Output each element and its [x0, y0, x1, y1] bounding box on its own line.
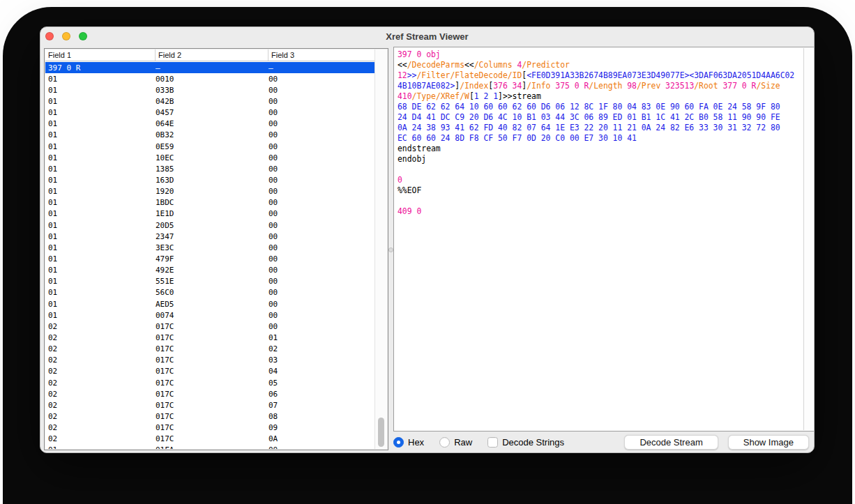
table-row[interactable]: 02017C05	[45, 377, 374, 388]
code-line	[398, 196, 803, 206]
table-row[interactable]: 397 0 R––	[45, 62, 374, 73]
table-row[interactable]: 02017C07	[45, 399, 374, 411]
hex-radio-label[interactable]: Hex	[408, 437, 424, 448]
table-cell: 01FA	[156, 445, 268, 449]
table-cell: 01	[45, 266, 156, 275]
table-row[interactable]: 010E5900	[45, 141, 374, 152]
raw-radio-label[interactable]: Raw	[454, 437, 472, 448]
table-cell: 00	[268, 86, 374, 95]
table-cell: AED5	[156, 300, 268, 309]
table-cell: 01	[45, 75, 156, 84]
table-cell: 56C0	[156, 288, 268, 297]
table-row[interactable]: 0120D500	[45, 220, 374, 231]
table-cell: 07	[268, 401, 374, 410]
table-cell: 00	[268, 165, 374, 174]
table-cell: 02	[45, 401, 156, 410]
table-row[interactable]: 011BDC00	[45, 197, 374, 208]
table-cell: 01	[45, 187, 156, 196]
table-cell: 01	[268, 333, 374, 342]
table-cell: 02	[45, 423, 156, 432]
decode-stream-button[interactable]: Decode Stream	[624, 435, 718, 450]
column-header-field3: Field 3	[268, 49, 374, 61]
table-cell: 00	[268, 322, 374, 331]
table-row[interactable]: 01479F00	[45, 253, 374, 264]
table-row[interactable]: 01551E00	[45, 276, 374, 287]
table-scrollbar-thumb[interactable]	[378, 418, 384, 447]
table-row[interactable]: 01064E00	[45, 119, 374, 130]
pane-sash-grip[interactable]	[388, 247, 393, 252]
table-row[interactable]: 02017C00	[45, 321, 374, 332]
table-cell: 042B	[156, 97, 268, 106]
table-cell: 00	[268, 97, 374, 106]
table-cell: –	[156, 63, 268, 72]
table-row[interactable]: 01007400	[45, 310, 374, 321]
code-line: 0A 24 38 93 41 62 FD 40 82 07 64 1E E3 2…	[398, 123, 803, 133]
table-cell: 02	[45, 434, 156, 443]
table-cell: 1E1D	[156, 209, 268, 218]
table-cell: 01	[45, 300, 156, 309]
code-area[interactable]: 397 0 obj<</DecodeParms<</Columns 4/Pred…	[395, 48, 803, 430]
table-cell: 02	[45, 412, 156, 421]
code-line: EC 60 60 24 8D F8 CF 50 F7 0D 20 C0 00 E…	[398, 133, 803, 144]
table-cell: 01	[45, 130, 156, 139]
table-row[interactable]: 02017C02	[45, 344, 374, 355]
table-row[interactable]: 01033B00	[45, 84, 374, 96]
table-row[interactable]: 010B3200	[45, 130, 374, 141]
table-cell: 00	[268, 153, 374, 162]
table-row[interactable]: 02017C01	[45, 332, 374, 343]
table-cell: 02	[45, 333, 156, 342]
table-cell: 02	[268, 344, 374, 353]
table-row[interactable]: 01001000	[45, 73, 374, 84]
table-row[interactable]: 013E3C00	[45, 242, 374, 253]
table-cell: 00	[268, 221, 374, 230]
table-row[interactable]: 02017C06	[45, 388, 374, 399]
table-cell: 0E59	[156, 142, 268, 151]
decode-strings-label[interactable]: Decode Strings	[502, 437, 564, 448]
table-body: 397 0 R––0100100001033B0001042B000104570…	[45, 62, 374, 449]
table-cell: 00	[268, 445, 374, 449]
table-row[interactable]: 01192000	[45, 186, 374, 197]
table-cell: 017C	[156, 344, 268, 353]
table-row[interactable]: 02017C04	[45, 366, 374, 377]
raw-radio[interactable]	[439, 437, 450, 448]
table-row[interactable]: 01AED500	[45, 298, 374, 310]
table-row[interactable]: 01234700	[45, 231, 374, 242]
xref-stream-viewer-window: Xref Stream Viewer Field 1 Field 2 Field…	[40, 26, 815, 453]
table-scrollbar[interactable]	[374, 49, 387, 449]
table-cell: 00	[268, 198, 374, 207]
hex-radio[interactable]	[393, 437, 404, 448]
code-line: 410/Type/XRef/W[1 2 1]>>stream	[398, 91, 803, 102]
code-line: 24 D4 41 DC C9 20 D6 4C 10 B1 03 44 3C 0…	[398, 112, 803, 123]
table-row[interactable]: 01138500	[45, 163, 374, 174]
text-scrollbar[interactable]	[803, 48, 813, 430]
table-cell: 01	[45, 142, 156, 151]
table-cell: 01	[45, 445, 156, 449]
table-row[interactable]: 02017C08	[45, 411, 374, 422]
code-line: 409 0	[398, 206, 803, 217]
column-header-field2: Field 2	[156, 49, 268, 61]
decode-strings-checkbox[interactable]	[487, 437, 498, 448]
table-row[interactable]: 01492E00	[45, 265, 374, 276]
table-row[interactable]: 0156C000	[45, 287, 374, 298]
table-cell: 01	[45, 221, 156, 230]
table-row[interactable]: 0110EC00	[45, 152, 374, 163]
table-cell: 0457	[156, 108, 268, 117]
table-row[interactable]: 01045700	[45, 107, 374, 119]
table-cell: 00	[268, 266, 374, 275]
table-cell: 017C	[156, 356, 268, 365]
show-image-button[interactable]: Show Image	[728, 435, 809, 450]
table-row[interactable]: 01042B00	[45, 96, 374, 107]
table-row[interactable]: 02017C03	[45, 355, 374, 366]
table-cell: 06	[268, 390, 374, 399]
table-cell: 01	[45, 209, 156, 218]
titlebar[interactable]: Xref Stream Viewer	[40, 27, 814, 46]
table-row[interactable]: 02017C0A	[45, 434, 374, 445]
table-row[interactable]: 02017C09	[45, 422, 374, 434]
table-cell: 1920	[156, 187, 268, 196]
table-cell: 01	[45, 165, 156, 174]
table-row[interactable]: 011E1D00	[45, 208, 374, 220]
table-cell: 017C	[156, 322, 268, 331]
table-row[interactable]: 01163D00	[45, 174, 374, 185]
table-row[interactable]: 0101FA00	[45, 445, 374, 449]
table-cell: 00	[268, 277, 374, 286]
